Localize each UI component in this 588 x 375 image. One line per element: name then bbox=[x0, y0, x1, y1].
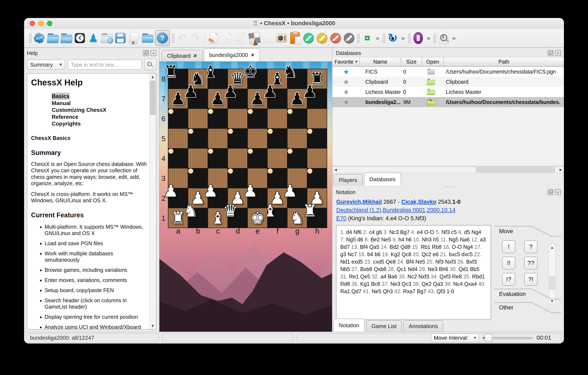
column-header-favorite[interactable]: Favorite ▼ bbox=[332, 57, 360, 66]
board-square-g8[interactable]: ♞ bbox=[287, 69, 293, 74]
board-square-b1[interactable]: ♞ bbox=[188, 208, 193, 213]
closed-folder-icon[interactable] bbox=[428, 69, 435, 75]
annotation-button[interactable]: ! bbox=[502, 240, 515, 253]
snapshot-button[interactable] bbox=[275, 31, 288, 45]
edit-game-button[interactable]: ✎ bbox=[208, 31, 220, 45]
board-square-d1[interactable]: ♛ bbox=[228, 208, 233, 213]
chess-piece[interactable]: ♜ bbox=[163, 62, 178, 81]
board-square-g4[interactable] bbox=[287, 149, 293, 154]
event-link[interactable]: Deutschland (1.2),Bundesliga 0001,2000.1… bbox=[336, 207, 455, 213]
board-square-a4[interactable] bbox=[168, 149, 173, 154]
tab-notation[interactable]: Notation bbox=[333, 319, 365, 332]
board-square-f3[interactable] bbox=[268, 168, 273, 174]
new-database-button[interactable]: NEW bbox=[33, 31, 45, 45]
board-square-b4[interactable] bbox=[188, 149, 208, 168]
slider-handle[interactable] bbox=[484, 334, 493, 342]
setup-position-button[interactable]: ♟ bbox=[248, 31, 261, 45]
board-square-h7[interactable]: ♟ bbox=[307, 89, 312, 94]
notation-close-button[interactable]: × bbox=[555, 189, 561, 195]
tab-game-list[interactable]: Game List bbox=[366, 320, 402, 332]
board-square-d6[interactable] bbox=[228, 109, 247, 128]
copy-game-button[interactable] bbox=[262, 31, 274, 45]
board-square-e2[interactable]: ♟ bbox=[248, 188, 253, 193]
minimize-window-button[interactable] bbox=[38, 21, 44, 26]
section-evaluation[interactable]: Evaluation bbox=[494, 288, 561, 300]
close-tab-icon[interactable]: × bbox=[193, 52, 198, 59]
board-square-f7[interactable]: ♟ bbox=[268, 89, 273, 94]
open-folder-icon[interactable] bbox=[428, 89, 435, 95]
help-search-button[interactable] bbox=[144, 59, 157, 71]
board-square-h1[interactable]: ♜ bbox=[307, 208, 312, 213]
splitter-handle[interactable] bbox=[332, 186, 564, 188]
chess-piece[interactable]: ♟ bbox=[223, 82, 238, 101]
help-float-button[interactable] bbox=[143, 50, 149, 56]
board-square-d5[interactable] bbox=[228, 129, 233, 134]
board-square-f6[interactable] bbox=[268, 109, 287, 128]
db-row-fics[interactable]: ★FICS0/Users/huihoo/Documents/chessdata/… bbox=[332, 66, 564, 77]
board-square-e4[interactable] bbox=[248, 149, 253, 154]
board-square-a6[interactable] bbox=[168, 109, 173, 114]
chess-piece[interactable]: ♛ bbox=[223, 201, 238, 221]
board-square-h6[interactable] bbox=[307, 109, 327, 128]
databases-float-button[interactable] bbox=[547, 50, 553, 56]
tab-players[interactable]: Players bbox=[333, 174, 363, 186]
cut-game-button[interactable]: ✂ bbox=[235, 31, 247, 45]
chess-piece[interactable]: ♟ bbox=[263, 82, 278, 101]
paste-button[interactable] bbox=[289, 31, 301, 45]
board-square-f5[interactable] bbox=[268, 129, 273, 134]
help-link[interactable]: Reference bbox=[52, 113, 147, 121]
color-clear-button[interactable] bbox=[343, 31, 355, 45]
scroll-left-icon[interactable]: ◀ bbox=[333, 167, 339, 173]
open-database-button[interactable] bbox=[47, 31, 59, 45]
board-square-a2[interactable]: ♟ bbox=[168, 188, 173, 193]
help-link[interactable]: Manual bbox=[52, 100, 147, 107]
close-database-button[interactable] bbox=[141, 31, 154, 45]
board-square-h5[interactable] bbox=[307, 129, 312, 134]
help-scrollbar[interactable]: ▲ ▼ bbox=[149, 74, 156, 329]
save-game-button[interactable]: ↑ bbox=[221, 31, 234, 45]
tab-annotations[interactable]: Annotations bbox=[403, 320, 443, 332]
find-text-button[interactable]: T bbox=[437, 31, 450, 45]
scrollbar-thumb[interactable] bbox=[476, 167, 555, 172]
toolbar-overflow-chevron[interactable]: » bbox=[401, 34, 405, 42]
open-folder-icon[interactable] bbox=[428, 99, 435, 105]
board-square-b3[interactable] bbox=[188, 168, 193, 174]
toolbar-overflow-chevron[interactable]: » bbox=[376, 34, 379, 42]
board-square-b7[interactable]: ♟ bbox=[188, 89, 193, 94]
help-button[interactable]: ? bbox=[155, 31, 170, 45]
tab-clipboard[interactable]: Clipboard × bbox=[162, 50, 202, 61]
scroll-up-icon[interactable]: ▲ bbox=[549, 244, 555, 250]
new-game-button[interactable]: ♟ bbox=[87, 31, 99, 45]
help-close-button[interactable]: × bbox=[151, 50, 157, 56]
board-square-c4[interactable] bbox=[208, 149, 213, 154]
favorite-star-icon[interactable]: ★ bbox=[343, 68, 349, 75]
fics-button[interactable]: FICS bbox=[60, 31, 73, 45]
board-square-d3[interactable] bbox=[228, 168, 233, 174]
column-header-name[interactable]: Name bbox=[360, 57, 401, 66]
annotation-button[interactable]: ? bbox=[524, 240, 537, 253]
scrollbar-thumb[interactable] bbox=[549, 276, 555, 290]
favorite-star-icon[interactable]: ★ bbox=[343, 99, 349, 105]
board-square-h4[interactable] bbox=[307, 149, 327, 168]
color-green-button[interactable] bbox=[303, 31, 315, 45]
databases-close-button[interactable]: × bbox=[555, 50, 561, 56]
section-other[interactable]: Other bbox=[494, 301, 561, 314]
help-link[interactable]: Copyrights bbox=[52, 120, 147, 127]
db-row-clipboard[interactable]: ★Clipboard0Clipboard bbox=[332, 77, 564, 87]
annotation-button[interactable]: !? bbox=[502, 273, 515, 286]
annotation-button[interactable]: !! bbox=[502, 257, 515, 270]
board-square-c5[interactable] bbox=[208, 129, 228, 148]
redo-button[interactable]: ↷ bbox=[189, 31, 202, 45]
chess-piece[interactable]: ♟ bbox=[243, 181, 258, 201]
open-folder-icon[interactable] bbox=[428, 79, 435, 85]
board-square-e8[interactable]: ♚ bbox=[248, 69, 253, 74]
chess-piece[interactable]: ♟ bbox=[163, 181, 178, 201]
board-square-f4[interactable] bbox=[268, 149, 287, 168]
board-square-a8[interactable]: ♜ bbox=[168, 69, 173, 74]
scrollbar-thumb[interactable] bbox=[150, 81, 156, 115]
save-button[interactable] bbox=[114, 31, 126, 45]
chess-board[interactable]: ♜♞♝♛♚♝♞♜♟♟♟♟♟♟♟♟♟♟♟♟♟♟♟♟♜♞♝♛♚♝♞♜ bbox=[168, 69, 327, 228]
board-square-g6[interactable] bbox=[287, 109, 293, 114]
column-header-open[interactable]: Open bbox=[422, 57, 444, 66]
analyze-button[interactable]: ↻◆ bbox=[387, 31, 399, 45]
